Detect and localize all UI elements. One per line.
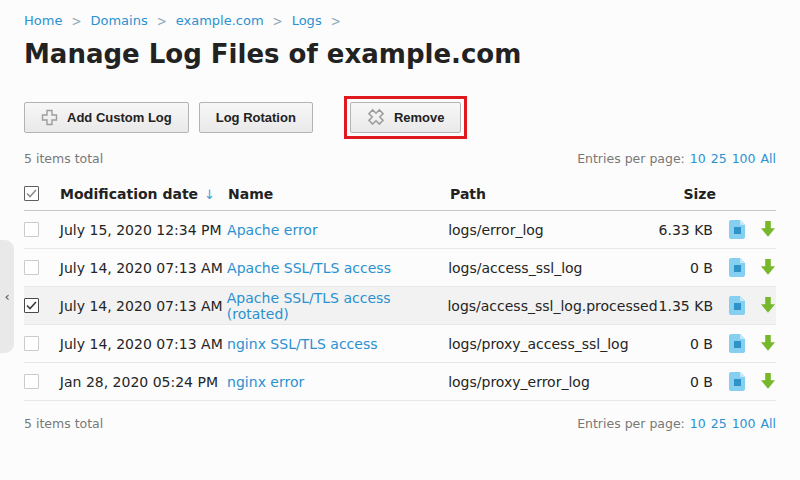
row-checkbox[interactable] <box>24 298 39 313</box>
modification-date-cell: Jan 28, 2020 05:24 PM <box>60 374 227 390</box>
path-cell: logs/proxy_error_log <box>448 374 645 390</box>
breadcrumb-link-example-com[interactable]: example.com <box>176 13 264 28</box>
column-header-path[interactable]: Path <box>450 186 648 202</box>
view-log-icon[interactable] <box>729 334 746 353</box>
view-log-icon[interactable] <box>729 258 746 277</box>
select-all-checkbox[interactable] <box>24 186 39 201</box>
log-rotation-label: Log Rotation <box>216 110 296 125</box>
download-icon[interactable] <box>760 335 776 352</box>
page-size-all-link[interactable]: All <box>761 416 777 431</box>
column-header-modification-date[interactable]: Modification date↓ <box>60 186 228 202</box>
remove-label: Remove <box>394 110 445 125</box>
table-row: July 14, 2020 07:13 AM Apache SSL/TLS ac… <box>24 249 776 287</box>
row-checkbox[interactable] <box>24 222 39 237</box>
remove-button[interactable]: Remove <box>350 102 462 133</box>
table-row: July 14, 2020 07:13 AM Apache SSL/TLS ac… <box>24 287 776 325</box>
annotation-highlight-box: Remove <box>344 96 468 139</box>
items-total-top: 5 items total <box>24 151 103 166</box>
page-size-100-link[interactable]: 100 <box>732 151 756 166</box>
x-icon <box>367 108 385 126</box>
log-name-link[interactable]: Apache SSL/TLS access <box>227 260 391 276</box>
download-icon[interactable] <box>760 221 776 238</box>
breadcrumb-separator-icon: > <box>273 12 283 28</box>
modification-date-cell: July 15, 2020 12:34 PM <box>60 222 227 238</box>
table-row: Jan 28, 2020 05:24 PM nginx error logs/p… <box>24 363 776 401</box>
sidebar-collapse-handle[interactable]: ‹ <box>0 240 14 353</box>
entries-per-page-label: Entries per page: <box>577 151 685 166</box>
entries-per-page-bottom: Entries per page:1025100All <box>577 416 776 431</box>
page-size-all-link[interactable]: All <box>761 151 777 166</box>
breadcrumb: Home > Domains > example.com > Logs > <box>24 0 776 28</box>
size-cell: 6.33 KB <box>645 222 713 238</box>
log-rotation-button[interactable]: Log Rotation <box>199 102 313 133</box>
row-checkbox[interactable] <box>24 260 39 275</box>
download-icon[interactable] <box>760 373 776 390</box>
path-cell: logs/proxy_access_ssl_log <box>448 336 645 352</box>
modification-date-cell: July 14, 2020 07:13 AM <box>60 298 227 314</box>
download-icon[interactable] <box>760 259 776 276</box>
page-size-25-link[interactable]: 25 <box>711 416 727 431</box>
modification-date-cell: July 14, 2020 07:13 AM <box>60 336 227 352</box>
size-cell: 0 B <box>645 374 713 390</box>
page-size-10-link[interactable]: 10 <box>690 151 706 166</box>
add-custom-log-button[interactable]: Add Custom Log <box>24 102 189 133</box>
page-size-100-link[interactable]: 100 <box>732 416 756 431</box>
breadcrumb-separator-icon: > <box>331 12 341 28</box>
page-size-25-link[interactable]: 25 <box>711 151 727 166</box>
view-log-icon[interactable] <box>729 296 746 315</box>
log-name-link[interactable]: Apache error <box>227 222 318 238</box>
column-header-name[interactable]: Name <box>228 186 450 202</box>
log-name-link[interactable]: nginx error <box>227 374 304 390</box>
path-cell: logs/access_ssl_log.processed <box>447 298 645 314</box>
download-icon[interactable] <box>760 297 776 314</box>
entries-per-page-label: Entries per page: <box>577 416 685 431</box>
path-cell: logs/access_ssl_log <box>448 260 645 276</box>
add-custom-log-label: Add Custom Log <box>67 110 172 125</box>
breadcrumb-link-home[interactable]: Home <box>24 13 62 28</box>
table-row: July 14, 2020 07:13 AM nginx SSL/TLS acc… <box>24 325 776 363</box>
page-title: Manage Log Files of example.com <box>24 37 776 71</box>
list-info-top: 5 items total Entries per page:1025100Al… <box>24 151 776 166</box>
page-size-10-link[interactable]: 10 <box>690 416 706 431</box>
log-files-table: Modification date↓ Name Path Size July 1… <box>24 177 776 401</box>
breadcrumb-separator-icon: > <box>71 12 81 28</box>
breadcrumb-separator-icon: > <box>157 12 167 28</box>
log-name-link[interactable]: Apache SSL/TLS access (rotated) <box>227 290 391 322</box>
size-cell: 1.35 KB <box>645 298 713 314</box>
sort-descending-icon: ↓ <box>204 187 215 202</box>
path-cell: logs/error_log <box>448 222 645 238</box>
plus-icon <box>41 109 58 126</box>
size-cell: 0 B <box>645 260 713 276</box>
table-row: July 15, 2020 12:34 PM Apache error logs… <box>24 211 776 249</box>
breadcrumb-link-logs[interactable]: Logs <box>292 13 322 28</box>
list-info-bottom: 5 items total Entries per page:1025100Al… <box>24 401 776 446</box>
view-log-icon[interactable] <box>729 220 746 239</box>
modification-date-cell: July 14, 2020 07:13 AM <box>60 260 227 276</box>
view-log-icon[interactable] <box>729 372 746 391</box>
items-total-bottom: 5 items total <box>24 416 103 431</box>
column-header-size[interactable]: Size <box>648 186 716 202</box>
entries-per-page-top: Entries per page:1025100All <box>577 151 776 166</box>
breadcrumb-link-domains[interactable]: Domains <box>90 13 147 28</box>
row-checkbox[interactable] <box>24 336 39 351</box>
size-cell: 0 B <box>645 336 713 352</box>
log-name-link[interactable]: nginx SSL/TLS access <box>227 336 377 352</box>
row-checkbox[interactable] <box>24 374 39 389</box>
chevron-left-icon: ‹ <box>4 289 9 304</box>
table-header-row: Modification date↓ Name Path Size <box>24 177 776 211</box>
toolbar: Add Custom Log Log Rotation Remove <box>24 96 776 138</box>
